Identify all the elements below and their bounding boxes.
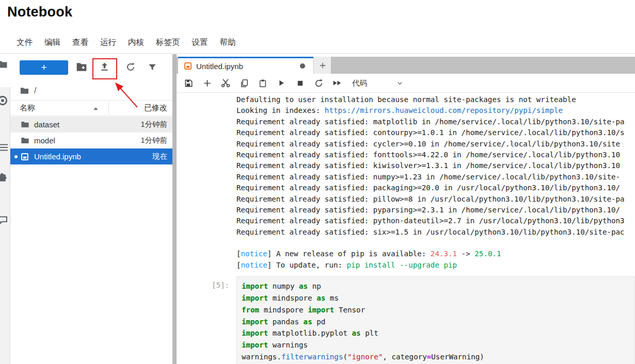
new-folder-button[interactable]: [76, 61, 87, 73]
code-token: import: [242, 318, 268, 326]
panel-splitter[interactable]: [172, 54, 177, 364]
new-launcher-button[interactable]: +: [20, 60, 68, 75]
extension-manager-icon[interactable]: [0, 172, 8, 183]
output-text: notice: [241, 250, 267, 258]
restart-kernel-button[interactable]: [313, 77, 324, 89]
code-token: warnings.: [242, 353, 281, 361]
menu-item[interactable]: 查看: [72, 38, 88, 46]
cut-cell-button[interactable]: [220, 77, 231, 89]
code-token: Tensor: [334, 306, 365, 314]
output-line: Requirement already satisfied: numpy>=1.…: [236, 172, 635, 183]
code-token: "ignore": [347, 353, 383, 361]
running-sessions-icon[interactable]: [0, 95, 8, 106]
output-line: Requirement already satisfied: matplotli…: [236, 117, 635, 127]
code-editor[interactable]: import numpy as npimport mindspore as ms…: [236, 276, 635, 364]
tab-title: Untitled.ipynb: [196, 62, 243, 71]
stop-kernel-button[interactable]: [294, 77, 306, 89]
file-browser-tab-icon[interactable]: [0, 60, 8, 69]
tab-untitled-ipynb[interactable]: Untitled.ipynb: [178, 57, 313, 74]
notebook-file-icon: [184, 62, 192, 70]
output-line: Looking in indexes: https://mirrors.huaw…: [236, 105, 635, 116]
code-line: import warnings: [242, 339, 630, 351]
output-text: notice: [241, 261, 267, 269]
output-text: Requirement already satisfied: numpy>=1.…: [236, 173, 620, 181]
new-tab-button[interactable]: [313, 57, 331, 74]
output-line: Requirement already satisfied: pillow>=8…: [236, 194, 635, 205]
output-text: Requirement already satisfied: matplotli…: [236, 118, 625, 126]
output-line: [notice] A new release of pip is availab…: [236, 249, 635, 259]
restart-and-run-all-button[interactable]: [331, 77, 343, 89]
menu-item[interactable]: 内核: [128, 38, 144, 46]
root-folder-icon[interactable]: [20, 87, 29, 95]
menu-item[interactable]: 编辑: [44, 38, 60, 46]
unsaved-file-dot: [14, 155, 18, 158]
table-of-contents-icon[interactable]: [0, 142, 9, 153]
menu-item[interactable]: 运行: [100, 38, 116, 46]
code-cell: [5]: import numpy as npimport mindspore …: [177, 276, 635, 364]
code-token: plt: [361, 329, 378, 337]
code-token: matplotlib.pyplot: [268, 329, 352, 337]
output-text: Requirement already satisfied: contourpy…: [236, 128, 625, 137]
save-button[interactable]: [183, 77, 194, 89]
activity-bar: [0, 54, 10, 364]
cell-output-area: Defaulting to user installation because …: [236, 94, 635, 271]
code-token: import: [242, 294, 268, 302]
run-cell-button[interactable]: [276, 77, 287, 89]
refresh-button[interactable]: [125, 61, 137, 73]
output-text: [: [236, 261, 241, 269]
output-text: Requirement already satisfied: six>=1.5 …: [236, 228, 625, 236]
file-list: dataset1分钟前model1分钟前Untitled.ipynb现在: [10, 117, 172, 164]
code-token: np: [308, 282, 321, 290]
code-token: mindspore: [268, 294, 316, 302]
output-text: pip install --upgrade pip: [347, 261, 457, 269]
paste-cell-button[interactable]: [257, 77, 268, 89]
upload-button[interactable]: [99, 61, 110, 72]
add-cell-button[interactable]: [201, 77, 213, 89]
cell-type-value: 代码: [352, 78, 367, 88]
breadcrumb[interactable]: /: [20, 85, 36, 97]
code-token: as: [352, 329, 361, 337]
sort-ascending-icon[interactable]: [93, 107, 99, 110]
output-link[interactable]: https://mirrors.huaweicloud.com/reposito…: [325, 106, 563, 114]
file-modified-time: 现在: [152, 152, 167, 161]
code-token: as: [299, 282, 308, 290]
file-row[interactable]: dataset1分钟前: [10, 117, 172, 133]
code-line: import matplotlib.pyplot as plt: [242, 327, 630, 339]
output-line: [notice] To update, run: pip install --u…: [236, 260, 635, 271]
code-token: filterwarnings: [281, 353, 343, 361]
breadcrumb-root: /: [34, 86, 36, 95]
menu-item[interactable]: 设置: [192, 38, 208, 46]
menu-item[interactable]: 标签页: [156, 38, 180, 46]
output-text: Looking in indexes:: [236, 106, 325, 114]
code-token: UserWarning): [431, 353, 484, 361]
file-name: dataset: [34, 120, 59, 129]
file-row[interactable]: Untitled.ipynb现在: [10, 148, 172, 164]
output-line: [236, 238, 635, 249]
menu-item[interactable]: 文件: [17, 38, 33, 46]
column-header-modified[interactable]: 已修改: [144, 103, 167, 113]
filter-button[interactable]: [148, 62, 159, 73]
chat-panel-icon[interactable]: [0, 215, 8, 225]
output-text: Requirement already satisfied: pyparsing…: [236, 206, 620, 214]
file-list-header[interactable]: 名称 已修改: [10, 100, 172, 116]
output-line: Requirement already satisfied: kiwisolve…: [236, 160, 635, 171]
output-text: Requirement already satisfied: fonttools…: [236, 151, 620, 159]
output-text: 24.3.1: [431, 250, 457, 258]
code-line: import mindspore as ms: [242, 292, 630, 304]
file-row[interactable]: model1分钟前: [10, 133, 172, 148]
copy-cell-button[interactable]: [239, 77, 250, 89]
file-name: model: [34, 136, 55, 145]
cell-type-dropdown[interactable]: 代码: [352, 78, 404, 88]
column-header-name[interactable]: 名称: [20, 103, 35, 113]
code-token: import: [242, 282, 268, 290]
menu-bar: 文件编辑查看运行内核标签页设置帮助: [0, 32, 635, 54]
output-text: Requirement already satisfied: python-da…: [236, 217, 625, 225]
menu-item[interactable]: 帮助: [220, 38, 236, 46]
code-line: import pandas as pd: [242, 316, 630, 328]
output-text: ->: [457, 250, 474, 258]
code-token: as: [304, 318, 312, 326]
body: + / 名称 已修改 dataset1分钟前model1分钟前Un: [0, 54, 635, 364]
chevron-down-icon: [396, 79, 404, 87]
output-line: Requirement already satisfied: contourpy…: [236, 127, 635, 138]
output-text: 25.0.1: [474, 250, 501, 258]
